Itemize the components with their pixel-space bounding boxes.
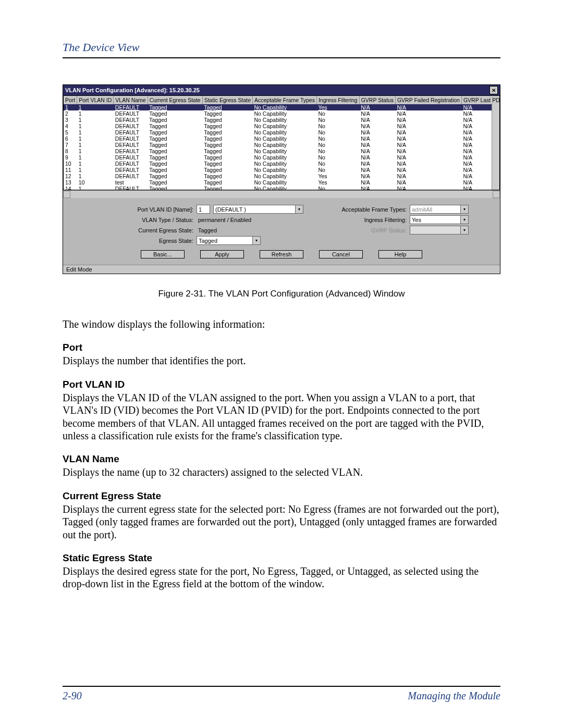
table-row[interactable]: 41DEFAULTTaggedTaggedNo CapabilityNoN/AN…: [64, 123, 500, 129]
vertical-scrollbar[interactable]: [492, 104, 499, 190]
chevron-down-icon: ▾: [461, 226, 469, 235]
acceptable-frame-select[interactable]: admitAll: [410, 205, 461, 214]
table-row[interactable]: 121DEFAULTTaggedTaggedNo CapabilityYesN/…: [64, 173, 500, 179]
chevron-down-icon[interactable]: ▾: [296, 205, 303, 214]
table-row[interactable]: 1310testTaggedTaggedNo CapabilityYesN/AN…: [64, 179, 500, 186]
port-vlan-id-input[interactable]: 1: [197, 205, 210, 214]
vlan-config-window: VLAN Port Configuration [Advanced]: 15.2…: [63, 84, 500, 274]
port-vlan-id-label: Port VLAN ID [Name]:: [94, 206, 193, 213]
column-header[interactable]: Static Egress State: [202, 96, 252, 104]
apply-button[interactable]: Apply: [200, 250, 244, 258]
egress-state-label: Egress State:: [94, 238, 193, 244]
table-row[interactable]: 91DEFAULTTaggedTaggedNo CapabilityNoN/AN…: [64, 154, 500, 161]
gvrp-status-label: GVRP Status:: [323, 227, 407, 233]
egress-state-select[interactable]: Tagged: [197, 236, 253, 245]
ingress-filtering-select[interactable]: Yes: [410, 215, 461, 224]
table-row[interactable]: 141DEFAULTTaggedTaggedNo CapabilityNoN/A…: [64, 186, 500, 190]
acceptable-frame-label: Acceptable Frame Types:: [323, 206, 407, 213]
intro-text: The window displays the following inform…: [63, 318, 500, 330]
current-egress-value: Tagged: [197, 226, 247, 234]
column-header[interactable]: VLAN Name: [114, 96, 148, 104]
definition-text: Displays the VLAN ID of the VLAN assigne…: [63, 391, 500, 442]
chevron-down-icon[interactable]: ▾: [461, 215, 469, 224]
vlan-type-label: VLAN Type / Status:: [94, 217, 193, 223]
port-vlan-name-select[interactable]: (DEFAULT ): [213, 205, 296, 214]
ingress-filtering-label: Ingress Filtering:: [323, 217, 407, 223]
page-footer: 2-90 Managing the Module: [63, 686, 500, 702]
definition-heading: Port VLAN ID: [63, 379, 500, 390]
column-header[interactable]: GVRP Failed Registration: [395, 96, 461, 104]
table-row[interactable]: 111DEFAULTTaggedTaggedNo CapabilityNoN/A…: [64, 167, 500, 173]
table-row[interactable]: 81DEFAULTTaggedTaggedNo CapabilityNoN/AN…: [64, 148, 500, 154]
help-button[interactable]: Help: [378, 250, 422, 258]
chevron-down-icon[interactable]: ▾: [461, 205, 469, 214]
table-row[interactable]: 61DEFAULTTaggedTaggedNo CapabilityNoN/AN…: [64, 135, 500, 142]
definition-text: Displays the name (up to 32 characters) …: [63, 466, 500, 478]
page-number: 2-90: [63, 690, 82, 702]
scroll-left-icon[interactable]: [63, 191, 70, 198]
current-egress-label: Current Egress State:: [94, 227, 193, 233]
column-header[interactable]: Acceptable Frame Types: [253, 96, 317, 104]
vlan-type-value: permanent / Enabled: [197, 216, 253, 224]
column-header[interactable]: Current Egress State: [148, 96, 202, 104]
refresh-button[interactable]: Refresh: [260, 250, 303, 258]
column-header[interactable]: Ingress Filtering: [316, 96, 359, 104]
table-row[interactable]: 11DEFAULTTaggedTaggedNo CapabilityYesN/A…: [64, 104, 500, 110]
column-header[interactable]: Port VLAN ID: [77, 96, 114, 104]
definition-text: Displays the number that identifies the …: [63, 354, 500, 367]
rule: [63, 57, 500, 58]
window-titlebar: VLAN Port Configuration [Advanced]: 15.2…: [63, 85, 500, 95]
column-header[interactable]: Port: [64, 96, 77, 104]
definition-heading: VLAN Name: [63, 453, 500, 465]
cancel-button[interactable]: Cancel: [319, 250, 363, 258]
scroll-right-icon[interactable]: [493, 191, 500, 198]
table-row[interactable]: 51DEFAULTTaggedTaggedNo CapabilityNoN/AN…: [64, 129, 500, 135]
doc-title: Managing the Module: [408, 690, 500, 702]
edit-form: Port VLAN ID [Name]: 1 (DEFAULT ) ▾ Acce…: [63, 198, 500, 265]
definition-heading: Port: [63, 342, 500, 353]
basic-button[interactable]: Basic...: [141, 250, 185, 258]
chevron-down-icon[interactable]: ▾: [253, 236, 261, 245]
gvrp-status-select: [410, 226, 461, 235]
column-header[interactable]: GVRP Status: [359, 96, 395, 104]
close-icon[interactable]: ✕: [489, 86, 498, 94]
horizontal-scrollbar[interactable]: [63, 190, 500, 198]
table-row[interactable]: 21DEFAULTTaggedTaggedNo CapabilityNoN/AN…: [64, 110, 500, 117]
status-bar: Edit Mode: [63, 265, 500, 274]
definition-heading: Current Egress State: [63, 490, 500, 502]
column-header[interactable]: GVRP Last PDU Origin: [461, 96, 500, 104]
figure-caption: Figure 2-31. The VLAN Port Configuration…: [63, 289, 500, 299]
table-row[interactable]: 31DEFAULTTaggedTaggedNo CapabilityNoN/AN…: [64, 117, 500, 123]
table-row[interactable]: 101DEFAULTTaggedTaggedNo CapabilityNoN/A…: [64, 161, 500, 167]
definition-heading: Static Egress State: [63, 552, 500, 564]
table-row[interactable]: 71DEFAULTTaggedTaggedNo CapabilityNoN/AN…: [64, 142, 500, 148]
window-title: VLAN Port Configuration [Advanced]: 15.2…: [65, 87, 200, 93]
definition-text: Displays the desired egress state for th…: [63, 565, 500, 590]
definition-text: Displays the current egress state for th…: [63, 503, 500, 541]
section-title: The Device View: [63, 41, 500, 54]
vlan-table[interactable]: PortPort VLAN IDVLAN NameCurrent Egress …: [63, 95, 500, 190]
